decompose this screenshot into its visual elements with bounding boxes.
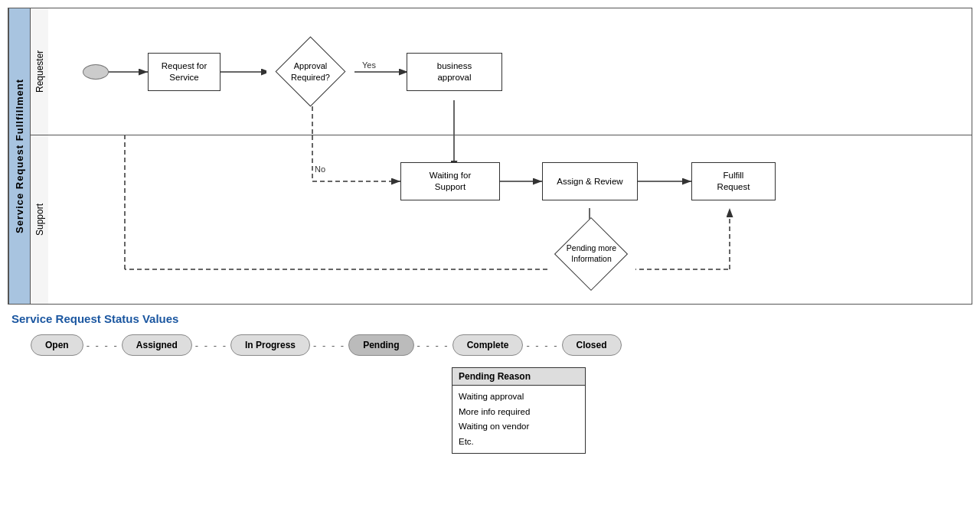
dash-2: - - - -: [195, 340, 227, 351]
fulfill-request-box: FulfillRequest: [691, 162, 776, 200]
status-section: Service Request Status Values Open - - -…: [8, 312, 972, 454]
status-assigned: Assigned: [122, 334, 192, 356]
pending-reason-box: Pending Reason Waiting approval More inf…: [452, 367, 586, 454]
start-oval: [83, 64, 109, 80]
assign-review-box: Assign & Review: [542, 162, 638, 200]
svg-text:No: No: [315, 165, 325, 174]
dash-4: - - - -: [417, 340, 449, 351]
support-arrows: No: [48, 135, 972, 304]
approval-required-diamond: ApprovalRequired?: [266, 39, 354, 104]
requester-lane-content: Yes Request for Service ApprovalRequired…: [48, 8, 972, 135]
support-lane-label: Support: [30, 135, 48, 304]
swimlane-diagram: Service Request Fullfillment Requester: [8, 8, 972, 305]
waiting-for-support-box: Waiting forSupport: [400, 162, 500, 200]
svg-text:Yes: Yes: [362, 60, 376, 70]
lanes-container: Requester: [30, 8, 972, 304]
pending-more-info-diamond: Pending moreInformation: [547, 220, 635, 288]
status-title: Service Request Status Values: [11, 312, 972, 325]
business-approval-box: businessapproval: [407, 53, 502, 91]
request-for-service-box: Request for Service: [148, 53, 220, 91]
pending-reason-item-3: Waiting on vendor: [459, 419, 579, 435]
pending-reason-item-4: Etc.: [459, 435, 579, 450]
status-open: Open: [31, 334, 83, 356]
status-in-progress: In Progress: [230, 334, 310, 356]
requester-lane: Requester: [30, 8, 972, 135]
diagram-vertical-label: Service Request Fullfillment: [8, 8, 30, 304]
pending-reason-header: Pending Reason: [452, 368, 585, 386]
main-container: Service Request Fullfillment Requester: [0, 0, 980, 461]
support-lane: Support: [30, 135, 972, 304]
pending-reason-item-2: More info required: [459, 405, 579, 420]
requester-lane-label: Requester: [30, 8, 48, 135]
dash-1: - - - -: [87, 340, 119, 351]
status-flow: Open - - - - Assigned - - - - In Progres…: [31, 334, 972, 356]
status-closed: Closed: [562, 334, 622, 356]
status-pending: Pending: [348, 334, 413, 356]
pending-reason-item-1: Waiting approval: [459, 389, 579, 405]
support-lane-content: No: [48, 135, 972, 304]
dash-3: - - - -: [313, 340, 345, 351]
dash-5: - - - -: [526, 340, 558, 351]
pending-reason-body: Waiting approval More info required Wait…: [452, 386, 585, 453]
status-complete: Complete: [452, 334, 524, 356]
